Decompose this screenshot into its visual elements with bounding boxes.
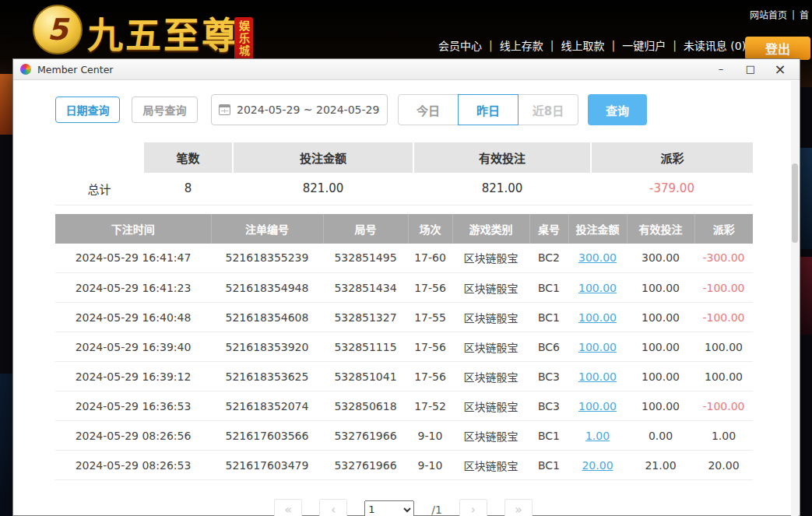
summary-header-blank bbox=[55, 142, 143, 173]
maximize-button[interactable]: □ bbox=[736, 59, 765, 79]
scrollbar-thumb[interactable] bbox=[792, 163, 798, 243]
today-button[interactable]: 今日 bbox=[398, 94, 459, 125]
top-link-partial[interactable]: 首 bbox=[800, 8, 809, 21]
page-total-label: /1 bbox=[431, 504, 442, 516]
prev-page-button[interactable]: ‹ bbox=[319, 499, 347, 516]
col-bet-time: 下注时间 bbox=[55, 214, 211, 244]
cell-session: 9-10 bbox=[408, 421, 452, 451]
summary-total-payout: -379.00 bbox=[591, 173, 753, 205]
site-logo-badge: 娱乐城 bbox=[234, 17, 253, 61]
first-page-button[interactable]: « bbox=[274, 499, 302, 516]
cell-table-no: BC1 bbox=[529, 451, 568, 480]
logout-button[interactable]: 登出 bbox=[745, 37, 810, 60]
bet-amount-link[interactable]: 100.00 bbox=[568, 332, 627, 362]
bet-record-row: 2024-05-29 16:41:23 521618354948 5328514… bbox=[55, 273, 753, 303]
summary-header-payout: 派彩 bbox=[591, 142, 753, 173]
page-select[interactable]: 1 bbox=[364, 500, 414, 516]
bet-record-row: 2024-05-29 16:40:48 521618354608 5328513… bbox=[55, 303, 753, 332]
date-range-input[interactable] bbox=[237, 104, 380, 116]
cell-session: 17-56 bbox=[408, 362, 452, 391]
window-titlebar[interactable]: Member Center – □ × bbox=[13, 59, 800, 80]
vertical-scrollbar[interactable] bbox=[791, 81, 799, 516]
bet-record-row: 2024-05-29 16:39:12 521618353625 5328510… bbox=[55, 362, 753, 391]
bet-amount-link[interactable]: 100.00 bbox=[568, 303, 627, 332]
separator: | bbox=[792, 9, 795, 20]
nav-unread-messages[interactable]: 未读讯息 (0) bbox=[684, 37, 746, 53]
next-page-button[interactable]: › bbox=[459, 499, 487, 516]
tab-round-query[interactable]: 局号查询 bbox=[132, 97, 198, 123]
cell-valid-bet: 100.00 bbox=[627, 332, 694, 362]
site-logo-text: 九五至尊 bbox=[87, 6, 240, 58]
cell-table-no: BC1 bbox=[529, 303, 568, 332]
summary-header-bet: 投注金额 bbox=[233, 142, 413, 173]
cell-table-no: BC3 bbox=[529, 391, 568, 421]
nav-deposit[interactable]: 线上存款 bbox=[500, 37, 543, 53]
window-controls: – □ × bbox=[706, 59, 795, 79]
cell-bet-time: 2024-05-29 16:41:47 bbox=[55, 244, 211, 273]
bet-amount-link[interactable]: 100.00 bbox=[568, 362, 627, 391]
nav-one-key-transfer[interactable]: 一键归户 bbox=[622, 37, 666, 53]
top-link-home[interactable]: 网站首页 bbox=[750, 8, 787, 21]
bet-amount-link[interactable]: 1.00 bbox=[568, 421, 627, 451]
cell-table-no: BC2 bbox=[529, 244, 568, 273]
bet-record-row: 2024-05-29 08:26:53 521617603479 5327619… bbox=[55, 451, 753, 480]
cell-order-id: 521618355239 bbox=[211, 244, 323, 273]
cell-bet-time: 2024-05-29 08:26:53 bbox=[55, 451, 211, 480]
bet-records-table: 下注时间 注单编号 局号 场次 游戏类别 桌号 投注金额 有效投注 派彩 202… bbox=[55, 214, 753, 481]
summary-total-count: 8 bbox=[143, 173, 233, 205]
summary-table: 笔数 投注金额 有效投注 派彩 总计 8 821.00 821.00 -379.… bbox=[55, 142, 753, 205]
yesterday-button[interactable]: 昨日 bbox=[458, 94, 518, 125]
bet-amount-link[interactable]: 100.00 bbox=[568, 391, 627, 421]
cell-payout: 100.00 bbox=[694, 332, 753, 362]
cell-payout: 1.00 bbox=[694, 421, 753, 451]
cell-bet-time: 2024-05-29 16:40:48 bbox=[55, 303, 211, 332]
cell-order-id: 521618353920 bbox=[211, 332, 323, 362]
summary-header-valid: 有效投注 bbox=[413, 142, 591, 173]
nav-member-center[interactable]: 会员中心 bbox=[438, 37, 482, 53]
cell-valid-bet: 0.00 bbox=[627, 421, 694, 451]
cell-order-id: 521617603566 bbox=[211, 421, 323, 451]
cell-round-id: 532851327 bbox=[323, 303, 408, 332]
background-art bbox=[800, 257, 812, 335]
screen: { "site": { "logo_number": "5", "logo_te… bbox=[0, 0, 812, 516]
cell-valid-bet: 100.00 bbox=[627, 362, 694, 391]
cell-session: 17-60 bbox=[408, 244, 452, 273]
cell-valid-bet: 100.00 bbox=[627, 303, 694, 332]
cell-session: 17-52 bbox=[408, 391, 452, 421]
bet-amount-link[interactable]: 20.00 bbox=[568, 451, 627, 480]
last-page-button[interactable]: » bbox=[504, 499, 533, 516]
cell-session: 17-56 bbox=[408, 273, 452, 303]
calendar-icon bbox=[219, 104, 230, 115]
app-icon bbox=[20, 64, 31, 75]
summary-total-bet: 821.00 bbox=[233, 173, 413, 205]
cell-table-no: BC6 bbox=[529, 332, 568, 362]
bet-amount-link[interactable]: 100.00 bbox=[568, 273, 627, 303]
search-button[interactable]: 查询 bbox=[588, 94, 647, 125]
background-art bbox=[800, 148, 812, 249]
cell-round-id: 532761966 bbox=[323, 451, 408, 480]
bet-amount-link[interactable]: 300.00 bbox=[568, 244, 627, 273]
cell-order-id: 521618352074 bbox=[211, 391, 323, 421]
cell-payout: -100.00 bbox=[694, 303, 753, 332]
cell-round-id: 532851495 bbox=[323, 244, 408, 273]
bet-record-row: 2024-05-29 16:41:47 521618355239 5328514… bbox=[55, 244, 753, 273]
col-bet-amount: 投注金额 bbox=[568, 214, 627, 244]
separator: | bbox=[550, 39, 554, 51]
col-payout: 派彩 bbox=[694, 214, 753, 244]
cell-game-type: 区块链骰宝 bbox=[452, 273, 529, 303]
cell-game-type: 区块链骰宝 bbox=[452, 451, 529, 480]
close-button[interactable]: × bbox=[765, 59, 795, 79]
window-title: Member Center bbox=[37, 64, 706, 75]
date-range-field[interactable] bbox=[211, 94, 388, 125]
separator: | bbox=[611, 39, 615, 51]
pagination: « ‹ 1 /1 › » bbox=[55, 499, 751, 516]
summary-total-valid: 821.00 bbox=[413, 173, 591, 205]
col-order-id: 注单编号 bbox=[211, 214, 323, 244]
logo-number: 5 bbox=[47, 12, 68, 47]
recent-8-days-button[interactable]: 近8日 bbox=[518, 94, 578, 125]
minimize-button[interactable]: – bbox=[706, 59, 736, 79]
nav-withdraw[interactable]: 线上取款 bbox=[561, 37, 604, 53]
site-logo-coin: 5 bbox=[33, 5, 83, 54]
bet-record-row: 2024-05-29 16:36:53 521618352074 5328506… bbox=[55, 391, 753, 421]
tab-date-query[interactable]: 日期查询 bbox=[55, 97, 120, 123]
